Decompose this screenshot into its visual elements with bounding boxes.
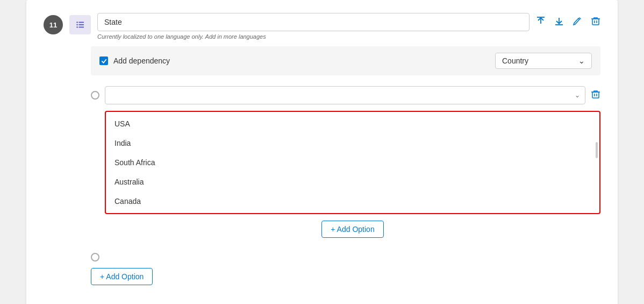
svg-rect-14 — [592, 92, 599, 98]
step-badge: 11 — [44, 15, 63, 34]
option-row-2 — [91, 253, 600, 261]
checkmark-icon — [101, 58, 107, 64]
svg-point-2 — [76, 26, 78, 28]
option-radio-1[interactable] — [91, 91, 99, 100]
add-option-bottom-wrapper: + Add Option — [91, 268, 600, 292]
toolbar-icons — [536, 16, 600, 26]
svg-point-0 — [76, 22, 78, 23]
move-up-icon[interactable] — [536, 16, 546, 26]
list-icon — [75, 20, 85, 30]
edit-icon[interactable] — [573, 16, 582, 26]
option-select-1[interactable]: USA India South Africa Australia Canada — [105, 86, 585, 104]
dropdown-item-india[interactable]: India — [106, 133, 599, 153]
add-option-center-button[interactable]: + Add Option — [321, 221, 383, 238]
svg-rect-5 — [78, 27, 84, 28]
country-dropdown-list: USA India South Africa Australia Canada — [105, 111, 600, 214]
input-area: Currently localized to one language only… — [97, 13, 529, 40]
dropdown-item-south-africa[interactable]: South Africa — [106, 153, 599, 172]
top-row: 11 Currently localized to one language o… — [44, 13, 600, 40]
dependency-row: Add dependency Country ⌄ — [91, 46, 600, 75]
add-option-center-wrapper: + Add Option — [105, 221, 600, 244]
option-delete-1[interactable] — [591, 89, 600, 102]
list-icon-button[interactable] — [69, 15, 91, 34]
state-input[interactable] — [97, 13, 529, 31]
download-icon[interactable] — [554, 16, 564, 26]
select-wrapper-1: USA India South Africa Australia Canada … — [105, 86, 585, 104]
svg-rect-4 — [78, 24, 84, 25]
add-dependency-checkbox[interactable] — [99, 56, 108, 65]
dropdown-item-australia[interactable]: Australia — [106, 172, 599, 192]
add-dependency-label: Add dependency — [113, 56, 490, 65]
delete-icon[interactable] — [591, 16, 600, 26]
option-radio-2[interactable] — [91, 253, 99, 261]
form-card: 11 Currently localized to one language o… — [26, 0, 618, 304]
localize-hint: Currently localized to one language only… — [97, 33, 529, 40]
svg-rect-10 — [592, 19, 599, 25]
country-dropdown-value: Country — [502, 56, 528, 65]
dropdown-item-canada[interactable]: Canada — [106, 192, 599, 211]
svg-rect-3 — [78, 22, 84, 23]
country-chevron-icon: ⌄ — [578, 56, 585, 65]
options-section: USA India South Africa Australia Canada … — [91, 86, 600, 292]
dropdown-item-usa[interactable]: USA — [106, 114, 599, 133]
add-option-bottom-button[interactable]: + Add Option — [91, 268, 153, 285]
country-dropdown[interactable]: Country ⌄ — [495, 53, 592, 69]
svg-point-1 — [76, 24, 78, 26]
option-row-1: USA India South Africa Australia Canada … — [91, 86, 600, 104]
